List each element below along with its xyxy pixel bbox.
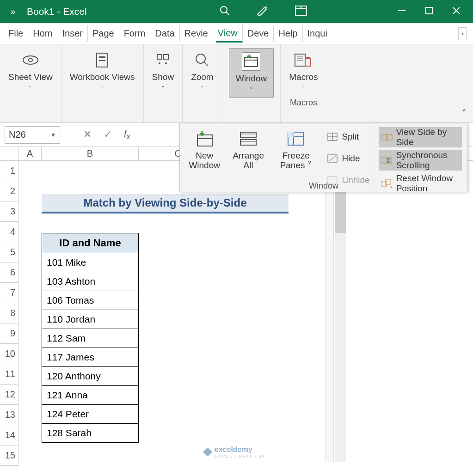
titlebar-overflow-button[interactable]: »: [3, 7, 23, 17]
table-row[interactable]: 124 Peter: [42, 405, 138, 424]
column-header-B[interactable]: B: [42, 147, 139, 160]
view-side-by-side-button[interactable]: View Side by Side: [379, 127, 462, 147]
minimize-button[interactable]: [397, 6, 406, 17]
window-button[interactable]: Window: [229, 48, 274, 98]
document-title: Book1 - Excel: [27, 6, 129, 17]
new-window-button[interactable]: New Window: [184, 127, 225, 171]
show-button[interactable]: Show: [150, 48, 176, 95]
freeze-panes-icon: *: [285, 128, 307, 149]
chevron-down-icon[interactable]: ▼: [50, 132, 56, 138]
macros-button[interactable]: Macros: [287, 48, 319, 95]
table-row[interactable]: 128 Sarah: [42, 424, 138, 442]
svg-text:*: *: [290, 130, 293, 134]
new-window-icon: [194, 128, 215, 149]
fx-icon[interactable]: fx: [124, 128, 130, 141]
svg-rect-28: [197, 135, 212, 146]
row-header[interactable]: 4: [0, 222, 18, 242]
vertical-scrollbar[interactable]: [335, 176, 346, 462]
tab-insert[interactable]: Inser: [60, 25, 87, 42]
svg-rect-48: [387, 134, 392, 140]
svg-rect-32: [240, 132, 256, 138]
svg-rect-13: [99, 60, 105, 61]
macros-label: Macros: [289, 72, 318, 82]
svg-rect-20: [245, 57, 258, 67]
row-header[interactable]: 3: [0, 201, 18, 222]
row-header[interactable]: 11: [0, 364, 18, 384]
row-header[interactable]: 15: [0, 445, 18, 466]
workbook-views-button[interactable]: Workbook Views: [68, 48, 137, 95]
sheet-title-cell[interactable]: Match by Viewing Side-by-Side: [42, 194, 289, 214]
row-header[interactable]: 2: [0, 181, 18, 201]
table-row[interactable]: 117 James: [42, 348, 138, 367]
cancel-icon[interactable]: ✕: [83, 128, 92, 141]
watermark-tagline: EXCEL · DATA · BI: [215, 454, 265, 458]
row-header[interactable]: 8: [0, 303, 18, 323]
table-row[interactable]: 120 Anthony: [42, 367, 138, 386]
svg-point-18: [196, 54, 205, 63]
row-header[interactable]: 6: [0, 262, 18, 283]
table-row[interactable]: 106 Tomas: [42, 291, 138, 310]
zoom-button[interactable]: Zoom: [189, 48, 215, 95]
svg-point-0: [221, 6, 227, 13]
window-dropdown-panel: New Window Arrange All * Freeze Panes ˅ …: [179, 123, 468, 192]
table-row[interactable]: 121 Anna: [42, 386, 138, 405]
sync-scroll-icon: [381, 155, 393, 166]
tab-data[interactable]: Data: [153, 25, 179, 42]
table-header[interactable]: ID and Name: [42, 233, 138, 253]
maximize-button[interactable]: [425, 6, 433, 17]
view-side-by-side-label: View Side by Side: [396, 127, 459, 147]
table-row[interactable]: 112 Sam: [42, 329, 138, 348]
split-bar[interactable]: [326, 176, 334, 462]
sheet-view-button[interactable]: Sheet View: [6, 48, 55, 95]
collapse-ribbon-button[interactable]: ˄: [462, 108, 467, 119]
split-button[interactable]: Split: [327, 128, 369, 145]
hide-icon: [327, 153, 338, 164]
arrange-all-button[interactable]: Arrange All: [230, 127, 267, 171]
side-by-side-icon: [381, 132, 393, 143]
column-header-A[interactable]: A: [18, 147, 42, 160]
close-button[interactable]: [452, 6, 461, 17]
enter-icon[interactable]: ✓: [104, 128, 112, 141]
search-icon[interactable]: [219, 5, 230, 18]
svg-rect-49: [382, 157, 386, 164]
tab-formulas[interactable]: Form: [122, 25, 151, 42]
pen-icon[interactable]: [256, 5, 269, 18]
watermark-brand: exceldemy: [215, 445, 252, 453]
row-header[interactable]: 9: [0, 323, 18, 344]
tab-view[interactable]: View: [216, 25, 243, 43]
tab-inquire[interactable]: Inqui: [306, 25, 332, 42]
row-header[interactable]: 13: [0, 405, 18, 425]
table-row[interactable]: 101 Mike: [42, 253, 138, 272]
tab-file[interactable]: File: [6, 25, 28, 42]
freeze-panes-button[interactable]: * Freeze Panes ˅: [271, 127, 320, 171]
arrange-all-icon: [238, 128, 259, 149]
table-row[interactable]: 110 Jordan: [42, 310, 138, 329]
tab-developer[interactable]: Deve: [246, 25, 274, 42]
window-label: Window: [236, 73, 267, 84]
svg-rect-14: [157, 55, 162, 59]
workbook-views-label: Workbook Views: [70, 72, 135, 82]
name-box[interactable]: N26 ▼: [5, 126, 60, 144]
row-header[interactable]: 5: [0, 242, 18, 262]
synchronous-scrolling-button[interactable]: Synchronous Scrolling: [379, 150, 462, 171]
row-header[interactable]: 1: [0, 161, 18, 181]
tab-review[interactable]: Revie: [183, 25, 213, 42]
hide-button[interactable]: Hide: [327, 150, 369, 167]
table-row[interactable]: 103 Ashton: [42, 272, 138, 291]
row-header[interactable]: 14: [0, 425, 18, 445]
tab-home[interactable]: Hom: [31, 25, 57, 42]
select-all-corner[interactable]: [0, 147, 18, 160]
svg-rect-15: [164, 55, 168, 59]
row-header[interactable]: 10: [0, 344, 18, 364]
tabs-scroll-right[interactable]: ›: [458, 27, 467, 40]
show-label: Show: [152, 72, 174, 82]
split-icon: [327, 131, 338, 142]
window-group-label: Window: [180, 181, 467, 191]
tab-help[interactable]: Help: [276, 25, 302, 42]
layout-icon[interactable]: [295, 6, 307, 18]
row-header[interactable]: 12: [0, 384, 18, 405]
sheet-view-label: Sheet View: [8, 72, 53, 82]
row-header[interactable]: 7: [0, 283, 18, 303]
macros-icon: [294, 51, 313, 69]
tab-page-layout[interactable]: Page: [91, 25, 119, 42]
